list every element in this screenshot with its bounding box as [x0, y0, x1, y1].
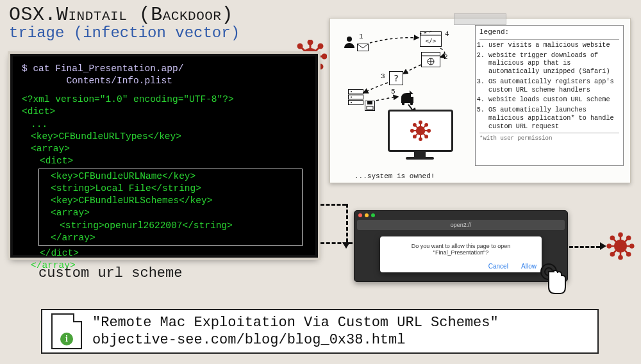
legend-title: legend: — [479, 28, 619, 37]
legend-item: website trigger downloads of malicious a… — [488, 52, 619, 76]
dialog-message: Do you want to allow this page to open "… — [380, 236, 542, 256]
citation-title: "Remote Mac Exploitation Via Custom URL … — [92, 314, 499, 332]
slide-subtitle: triage (infection vector) — [9, 24, 240, 42]
svg-point-44 — [419, 138, 422, 140]
code-string-localfile: <string>Local File</string> — [42, 183, 299, 195]
legend-item: OS automatically launches malicious appl… — [488, 106, 619, 131]
click-hand-icon — [536, 261, 570, 296]
code-key-urlschemes: <key>CFBundleURLSchemes</key> — [42, 195, 299, 207]
window-controls — [354, 211, 567, 220]
svg-point-56 — [425, 135, 428, 138]
virus-icon — [606, 232, 635, 260]
dashed-connector — [320, 242, 353, 244]
infected-computer-icon — [388, 110, 452, 161]
code-highlight-box: <key>CFBundleURLName</key> <string>Local… — [38, 169, 303, 246]
svg-point-16 — [319, 65, 322, 69]
svg-point-48 — [428, 129, 430, 132]
code-xml-decl: <?xml version="1.0" encoding="UTF-8"?> — [22, 94, 306, 106]
url-bar[interactable]: open2:// — [357, 220, 565, 230]
svg-point-69 — [611, 236, 614, 240]
svg-point-10 — [298, 44, 302, 48]
svg-point-54 — [413, 135, 416, 138]
svg-point-46 — [411, 129, 413, 132]
svg-point-50 — [413, 124, 416, 126]
terminal-card: $ cat Final_Presentation.app/ Contents/I… — [10, 54, 318, 258]
legend-item: user visits a malicious website — [488, 42, 619, 50]
svg-point-63 — [619, 256, 622, 259]
legend-footnote: *with user permission — [479, 135, 619, 142]
code-dict2-close: </dict> — [22, 247, 306, 260]
svg-point-75 — [627, 252, 630, 256]
code-key-urlname: <key>CFBundleURLName</key> — [42, 170, 299, 183]
svg-point-12 — [319, 44, 322, 48]
cancel-button[interactable]: Cancel — [488, 263, 508, 270]
svg-point-67 — [630, 244, 633, 247]
code-array2-open: <array> — [42, 207, 299, 219]
dashed-connector — [320, 204, 346, 206]
dashed-connector — [346, 204, 348, 242]
svg-point-2 — [308, 40, 312, 44]
file-info-icon: i — [51, 313, 82, 349]
svg-point-65 — [608, 244, 611, 247]
svg-point-71 — [627, 236, 630, 240]
code-dict2-open: <dict> — [22, 155, 306, 167]
info-badge-icon: i — [60, 333, 73, 345]
close-icon[interactable] — [358, 213, 362, 217]
infection-diagram-card: 1 </> 4 2 ? 3 — [329, 18, 631, 183]
svg-point-61 — [619, 233, 622, 236]
permission-dialog: Do you want to allow this page to open "… — [380, 236, 542, 272]
citation-url: objective-see.com/blog/blog_0x38.html — [92, 331, 499, 349]
code-dict-open: <dict> — [22, 106, 306, 118]
svg-point-42 — [419, 121, 422, 124]
legend-item: website loads custom URL scheme — [488, 96, 619, 104]
virus-icon — [410, 120, 431, 142]
code-ellipsis: ... — [22, 119, 306, 131]
allow-button[interactable]: Allow — [521, 263, 537, 270]
code-key-urltypes: <key>CFBundleURLTypes</key> — [22, 131, 306, 143]
code-array2-close: </array> — [42, 232, 299, 244]
slide-title: OSX.Windtail (Backdoor) — [9, 4, 233, 26]
dashed-connector — [569, 246, 600, 248]
minimize-icon[interactable] — [365, 213, 369, 217]
terminal-prompt-cont: Contents/Info.plist — [22, 75, 306, 87]
svg-point-8 — [322, 54, 326, 58]
legend-box: legend: user visits a malicious website … — [475, 25, 624, 166]
zoom-icon[interactable] — [371, 213, 375, 217]
legend-item: OS automatically registers app's custom … — [488, 78, 619, 95]
code-array-open: <array> — [22, 143, 306, 155]
arrowhead-icon — [600, 242, 606, 250]
terminal-prompt: $ cat Final_Presentation.app/ — [22, 63, 306, 75]
svg-point-73 — [611, 252, 614, 256]
code-string-scheme: <string>openurl2622007</string> — [42, 220, 299, 232]
terminal-caption: custom url scheme — [38, 265, 182, 281]
citation-box: i "Remote Mac Exploitation Via Custom UR… — [41, 309, 599, 354]
owned-caption: ...system is owned! — [354, 172, 435, 180]
svg-point-52 — [425, 124, 428, 126]
